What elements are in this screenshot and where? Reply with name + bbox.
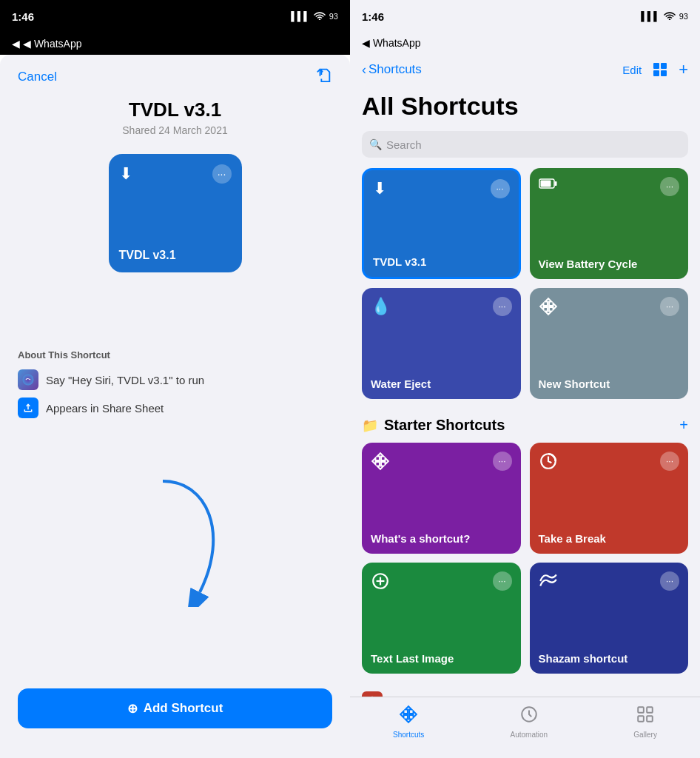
card-more-button[interactable]: ···	[212, 164, 232, 184]
shortcut-card[interactable]: ⬇ ··· TVDL v3.1	[109, 154, 242, 272]
tvdl-label: TVDL v3.1	[373, 255, 510, 268]
battery-icon: 93	[329, 12, 338, 21]
starter-title: Starter Shortcuts	[384, 417, 505, 434]
right-back-nav[interactable]: ◀ WhatsApp	[350, 33, 700, 53]
svg-point-2	[23, 375, 34, 386]
voice-memos-row: Voice Memos See All	[362, 691, 688, 697]
signal-icon: ▌▌▌	[291, 11, 310, 21]
shazam-icon	[539, 571, 558, 595]
card-label: TVDL v3.1	[119, 249, 232, 262]
gallery-tab-label: Gallery	[633, 731, 657, 739]
shortcuts-nav-right: Edit +	[622, 60, 688, 79]
folder-icon: 📁	[362, 417, 378, 434]
back-arrow-icon: ◀	[12, 38, 20, 50]
share-sheet-text: Appears in Share Sheet	[46, 402, 164, 415]
tile-top: ···	[539, 452, 680, 475]
right-status-bar: 1:46 ▌▌▌ 93	[350, 0, 700, 33]
starter-section-header: 📁 Starter Shortcuts +	[362, 417, 688, 434]
starter-grid: ··· What's a shortcut? ··· Take a	[362, 443, 688, 674]
voice-memos-left: Voice Memos	[362, 691, 473, 697]
tile-top: ···	[539, 177, 680, 196]
tile-top: ⬇ ···	[373, 179, 510, 198]
water-more-button[interactable]: ···	[493, 297, 512, 316]
shortcuts-tab-label: Shortcuts	[393, 731, 424, 739]
shortcut-tile-water[interactable]: 💧 ··· Water Eject	[362, 288, 521, 399]
tile-top: 💧 ···	[371, 297, 512, 316]
svg-rect-17	[647, 707, 653, 713]
shortcut-tile-whats[interactable]: ··· What's a shortcut?	[362, 443, 521, 554]
shazam-label: Shazam shortcut	[539, 652, 680, 665]
left-panel: 1:46 ▌▌▌ 93 ◀ ◀ WhatsApp Cancel	[0, 0, 350, 758]
left-time: 1:46	[12, 10, 34, 23]
share-icon[interactable]	[316, 67, 332, 87]
tab-automation[interactable]: Automation	[510, 705, 548, 739]
break-icon	[539, 452, 558, 475]
right-status-icons: ▌▌▌ 93	[641, 11, 688, 22]
share-sheet-row: Appears in Share Sheet	[18, 398, 332, 418]
tab-gallery[interactable]: Gallery	[633, 705, 657, 739]
siri-icon	[18, 369, 38, 390]
tvdl-icon: ⬇	[373, 179, 386, 198]
add-shortcut-button[interactable]: ⊕ Add Shortcut	[18, 688, 332, 728]
svg-point-0	[319, 19, 320, 20]
back-nav-label: ◀ WhatsApp	[23, 38, 81, 50]
card-download-icon: ⬇	[119, 164, 132, 184]
tvdl-more-button[interactable]: ···	[491, 179, 510, 198]
svg-point-5	[669, 19, 670, 20]
add-shortcut-nav-button[interactable]: +	[679, 60, 688, 79]
new-shortcut-icon	[539, 297, 558, 321]
starter-add-button[interactable]: +	[679, 417, 688, 434]
shortcuts-tab-icon	[399, 705, 418, 728]
svg-rect-18	[638, 716, 644, 722]
shortcuts-back-button[interactable]: ‹ Shortcuts	[362, 62, 422, 78]
textimg-more-button[interactable]: ···	[493, 571, 512, 591]
shortcut-tile-break[interactable]: ··· Take a Break	[530, 443, 689, 554]
left-back-nav[interactable]: ◀ ◀ WhatsApp	[0, 33, 350, 55]
tab-shortcuts[interactable]: Shortcuts	[393, 705, 424, 739]
shortcuts-grid: ⬇ ··· TVDL v3.1 ··· Vie	[362, 168, 688, 399]
textimg-label: Text Last Image	[371, 652, 512, 665]
siri-row: Say "Hey Siri, TVDL v3.1" to run	[18, 369, 332, 390]
shortcut-tile-textimg[interactable]: ··· Text Last Image	[362, 563, 521, 674]
voice-memos-icon	[362, 691, 383, 697]
gallery-tab-icon	[636, 705, 655, 728]
shortcuts-chevron-icon: ‹	[362, 62, 366, 78]
shortcut-tile-shazam[interactable]: ··· Shazam shortcut	[530, 563, 689, 674]
page-content: All Shortcuts 🔍 Search ⬇ ··· TVDL v3.1	[350, 86, 700, 697]
svg-rect-8	[540, 181, 551, 187]
battery-label: View Battery Cycle	[539, 258, 680, 270]
section-header-left: 📁 Starter Shortcuts	[362, 417, 505, 434]
add-shortcut-label: Add Shortcut	[144, 701, 223, 716]
tab-bar: Shortcuts Automation Gallery	[350, 697, 700, 758]
right-signal-icon: ▌▌▌	[641, 11, 660, 21]
right-wifi-icon	[664, 11, 676, 22]
battery-more-button[interactable]: ···	[660, 177, 679, 196]
new-label: New Shortcut	[539, 378, 680, 390]
search-bar[interactable]: 🔍 Search	[362, 131, 688, 158]
left-status-icons: ▌▌▌ 93	[291, 11, 338, 22]
right-battery-icon: 93	[679, 12, 688, 21]
automation-tab-icon	[519, 705, 539, 728]
shazam-more-button[interactable]: ···	[660, 571, 679, 591]
search-icon: 🔍	[369, 138, 382, 150]
grid-view-button[interactable]	[653, 63, 667, 76]
right-time: 1:46	[362, 10, 384, 23]
edit-button[interactable]: Edit	[622, 64, 642, 76]
break-label: Take a Break	[539, 532, 680, 545]
tile-top: ···	[539, 297, 680, 321]
whats-more-button[interactable]: ···	[493, 452, 512, 471]
svg-rect-7	[554, 181, 556, 186]
siri-text: Say "Hey Siri, TVDL v3.1" to run	[46, 374, 204, 386]
shortcut-tile-new[interactable]: ··· New Shortcut	[530, 288, 689, 399]
new-more-button[interactable]: ···	[660, 297, 679, 316]
tile-top: ···	[371, 571, 512, 595]
right-back-arrow-icon: ◀ WhatsApp	[362, 37, 420, 49]
left-status-bar: 1:46 ▌▌▌ 93	[0, 0, 350, 33]
svg-rect-16	[638, 707, 644, 713]
tile-top: ···	[539, 571, 680, 595]
cancel-button[interactable]: Cancel	[18, 70, 57, 84]
break-more-button[interactable]: ···	[660, 452, 679, 471]
modal-top-bar: Cancel	[18, 67, 332, 87]
shortcut-tile-tvdl[interactable]: ⬇ ··· TVDL v3.1	[362, 168, 521, 279]
shortcut-tile-battery[interactable]: ··· View Battery Cycle	[530, 168, 689, 279]
